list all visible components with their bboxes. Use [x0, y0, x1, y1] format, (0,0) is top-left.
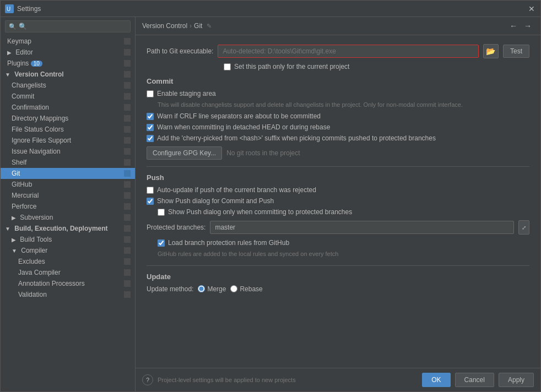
- test-button[interactable]: Test: [503, 45, 529, 58]
- sidebar: 🔍 Keymap ▶ Editor Plugins 10: [1, 17, 136, 391]
- sidebar-item-annotation-processors[interactable]: Annotation Processors: [1, 278, 135, 289]
- page-icon: [124, 181, 131, 188]
- sidebar-item-java-compiler[interactable]: Java Compiler: [1, 267, 135, 278]
- search-box[interactable]: 🔍: [5, 20, 131, 32]
- sidebar-item-keymap[interactable]: Keymap: [1, 36, 135, 47]
- breadcrumb-part-1: Version Control: [142, 22, 187, 30]
- no-git-roots: No git roots in the project: [226, 149, 300, 157]
- sidebar-item-label: Java Compiler: [18, 269, 61, 276]
- load-branch-protection-label: Load branch protection rules from GitHub: [168, 239, 289, 247]
- panel-content: Path to Git executable: 📂 Test Set this …: [136, 35, 540, 368]
- sidebar-item-github[interactable]: GitHub: [1, 179, 135, 190]
- set-path-label: Set this path only for the current proje…: [234, 63, 349, 70]
- sidebar-item-shelf[interactable]: Shelf: [1, 157, 135, 168]
- configure-gpg-button[interactable]: Configure GPG Key...: [147, 146, 222, 160]
- sidebar-item-perforce[interactable]: Perforce: [1, 201, 135, 212]
- page-icon: [124, 71, 131, 78]
- merge-label: Merge: [207, 285, 226, 293]
- expand-arrow-bt: ▶: [12, 237, 16, 243]
- commit-section-title: Commit: [147, 77, 529, 85]
- main-panel: Version Control › Git ✎ ← → Path to Git …: [136, 17, 540, 391]
- protected-branches-input[interactable]: [210, 221, 514, 234]
- sidebar-item-confirmation[interactable]: Confirmation: [1, 102, 135, 113]
- set-path-checkbox-row: Set this path only for the current proje…: [224, 63, 529, 70]
- set-path-checkbox[interactable]: [224, 63, 231, 70]
- content-area: 🔍 Keymap ▶ Editor Plugins 10: [1, 17, 540, 391]
- bottom-bar: ? Project-level settings will be applied…: [136, 368, 540, 391]
- forward-arrow[interactable]: →: [522, 21, 534, 30]
- sidebar-item-directory-mappings[interactable]: Directory Mappings: [1, 113, 135, 124]
- sidebar-item-changelists[interactable]: Changelists: [1, 80, 135, 91]
- expand-arrow-editor: ▶: [7, 50, 12, 56]
- show-push-dialog-checkbox[interactable]: [147, 198, 154, 205]
- help-button[interactable]: ?: [142, 374, 153, 385]
- edit-icon: ✎: [207, 23, 212, 30]
- sidebar-item-build-tools[interactable]: ▶ Build Tools: [1, 234, 135, 245]
- merge-radio[interactable]: [198, 285, 205, 292]
- sidebar-item-issue-navigation[interactable]: Issue Navigation: [1, 146, 135, 157]
- load-branch-protection-checkbox[interactable]: [158, 239, 165, 247]
- path-input[interactable]: [218, 45, 479, 58]
- enable-staging-checkbox[interactable]: [147, 90, 154, 97]
- path-input-container: [218, 45, 479, 58]
- back-arrow[interactable]: ←: [507, 21, 520, 30]
- sidebar-item-validation[interactable]: Validation: [1, 289, 135, 300]
- sidebar-item-excludes[interactable]: Excludes: [1, 256, 135, 267]
- sidebar-item-editor[interactable]: ▶ Editor: [1, 47, 135, 58]
- rebase-label: Rebase: [240, 285, 262, 293]
- page-icon: [124, 82, 131, 89]
- cherry-picked-checkbox[interactable]: [147, 135, 154, 142]
- sidebar-item-subversion[interactable]: ▶ Subversion: [1, 212, 135, 223]
- page-icon: [124, 258, 131, 265]
- browse-button[interactable]: 📂: [483, 44, 499, 58]
- merge-radio-label[interactable]: Merge: [198, 285, 226, 293]
- page-icon: [124, 38, 131, 45]
- search-icon: 🔍: [9, 23, 17, 30]
- path-label: Path to Git executable:: [147, 47, 213, 55]
- nav-arrows: ← →: [507, 21, 534, 30]
- close-button[interactable]: ✕: [527, 4, 536, 13]
- sidebar-item-commit[interactable]: Commit: [1, 91, 135, 102]
- rebase-radio[interactable]: [230, 285, 237, 292]
- expand-icon: ⤢: [522, 225, 526, 231]
- sidebar-item-label: Keymap: [7, 37, 31, 45]
- enable-staging-row: Enable staging area: [147, 90, 529, 97]
- window-title: Settings: [17, 5, 525, 13]
- sidebar-item-compiler[interactable]: ▼ Compiler: [1, 245, 135, 256]
- page-icon: [124, 170, 131, 177]
- divider-push: [147, 166, 529, 167]
- warn-detached-checkbox[interactable]: [147, 124, 154, 131]
- sidebar-item-version-control[interactable]: ▼ Version Control: [1, 69, 135, 80]
- sidebar-item-label: Issue Navigation: [12, 148, 61, 155]
- sidebar-item-label: Confirmation: [12, 104, 49, 111]
- sidebar-item-mercurial[interactable]: Mercurial: [1, 190, 135, 201]
- ok-button[interactable]: OK: [422, 373, 450, 387]
- auto-update-checkbox[interactable]: [147, 187, 154, 194]
- breadcrumb: Version Control › Git ✎ ← →: [136, 17, 540, 35]
- expand-button[interactable]: ⤢: [518, 220, 529, 235]
- show-push-protected-checkbox[interactable]: [158, 209, 165, 216]
- auto-update-row: Auto-update if push of the current branc…: [147, 186, 529, 194]
- bottom-hint: Project-level settings will be applied t…: [158, 377, 418, 383]
- sidebar-item-build-execution[interactable]: ▼ Build, Execution, Deployment: [1, 223, 135, 234]
- sidebar-item-file-status-colors[interactable]: File Status Colors: [1, 124, 135, 135]
- warn-crlf-checkbox[interactable]: [147, 113, 154, 120]
- sidebar-item-plugins[interactable]: Plugins 10: [1, 58, 135, 69]
- sidebar-item-label: Plugins 10: [7, 59, 42, 67]
- page-icon: [124, 291, 131, 298]
- divider-update: [147, 265, 529, 266]
- cancel-button[interactable]: Cancel: [455, 373, 494, 387]
- apply-button[interactable]: Apply: [499, 373, 534, 387]
- search-input[interactable]: [19, 23, 127, 30]
- sidebar-item-label: ▼ Compiler: [12, 247, 47, 254]
- rebase-radio-label[interactable]: Rebase: [230, 285, 262, 293]
- sidebar-item-ignore-files[interactable]: Ignore Files Support: [1, 135, 135, 146]
- sidebar-item-label: Excludes: [18, 258, 45, 265]
- page-icon: [124, 104, 131, 111]
- page-icon: [124, 280, 131, 287]
- update-method-row: Update method: Merge Rebase: [147, 285, 529, 293]
- sidebar-item-git[interactable]: Git: [1, 168, 135, 179]
- warn-crlf-row: Warn if CRLF line separators are about t…: [147, 112, 529, 120]
- breadcrumb-separator: ›: [190, 22, 192, 30]
- plugins-badge: 10: [31, 61, 42, 67]
